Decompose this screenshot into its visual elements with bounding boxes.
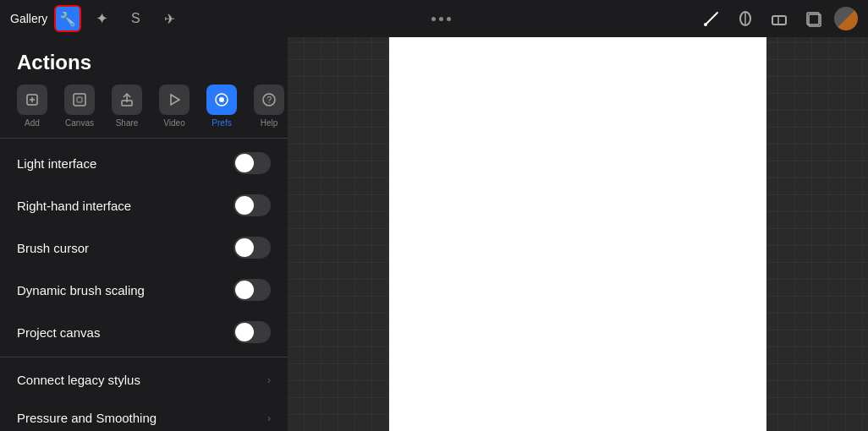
- white-canvas[interactable]: [389, 37, 766, 431]
- top-bar-left: Gallery 🔧 ✦ S ✈: [10, 5, 183, 32]
- dot-1: [431, 17, 436, 21]
- svg-text:?: ?: [267, 95, 272, 105]
- toggle-settings: Light interface Right-hand interface Bru…: [0, 139, 288, 357]
- tab-prefs[interactable]: Prefs: [203, 85, 240, 128]
- smudge-tool-button[interactable]: [733, 6, 758, 31]
- tab-canvas[interactable]: Canvas: [61, 85, 98, 128]
- light-interface-toggle[interactable]: [233, 152, 271, 174]
- share-tab-icon: [112, 85, 142, 115]
- canvas-tab-label: Canvas: [65, 118, 94, 128]
- tab-share[interactable]: Share: [108, 85, 146, 128]
- top-bar-right: [699, 6, 858, 31]
- canvas-area: [288, 37, 868, 431]
- project-canvas-toggle[interactable]: [233, 321, 271, 343]
- right-hand-label: Right-hand interface: [17, 199, 131, 213]
- connect-legacy-row[interactable]: Connect legacy stylus ›: [0, 361, 288, 399]
- video-tab-icon: [159, 85, 190, 115]
- pressure-smoothing-row[interactable]: Pressure and Smoothing ›: [0, 399, 288, 431]
- connect-legacy-label: Connect legacy stylus: [17, 373, 140, 387]
- wrench-icon: 🔧: [59, 11, 76, 27]
- top-bar-center: [431, 17, 451, 21]
- selection-button[interactable]: S: [122, 5, 149, 32]
- help-tab-icon: ?: [254, 85, 284, 115]
- help-tab-label: Help: [261, 118, 278, 128]
- menu-section: Connect legacy stylus › Pressure and Smo…: [0, 357, 288, 431]
- prefs-tab-icon: [206, 85, 237, 115]
- brush-cursor-row[interactable]: Brush cursor: [0, 226, 288, 269]
- modify-icon: ✦: [96, 9, 108, 28]
- layers-button[interactable]: [800, 6, 826, 31]
- actions-panel: Actions Add Canvas Share Video: [0, 37, 288, 431]
- svg-rect-12: [77, 97, 82, 102]
- dot-2: [439, 17, 443, 21]
- wrench-button[interactable]: 🔧: [54, 5, 81, 32]
- brush-cursor-label: Brush cursor: [17, 241, 89, 255]
- selection-icon: S: [131, 11, 140, 26]
- add-tab-label: Add: [25, 118, 40, 128]
- light-interface-label: Light interface: [17, 156, 96, 171]
- prefs-tab-label: Prefs: [212, 118, 231, 128]
- top-bar: Gallery 🔧 ✦ S ✈: [0, 0, 868, 37]
- panel-title: Actions: [0, 37, 288, 85]
- canvas-tab-icon: [64, 85, 95, 115]
- canvas-grid: [288, 37, 868, 431]
- modify-button[interactable]: ✦: [88, 5, 115, 32]
- svg-point-17: [219, 97, 224, 102]
- project-canvas-row[interactable]: Project canvas: [0, 311, 288, 353]
- transform-button[interactable]: ✈: [156, 5, 183, 32]
- tab-bar: Add Canvas Share Video Prefs: [0, 85, 288, 138]
- light-interface-row[interactable]: Light interface: [0, 142, 288, 184]
- svg-rect-4: [772, 16, 786, 25]
- right-hand-row[interactable]: Right-hand interface: [0, 184, 288, 226]
- tab-help[interactable]: ? Help: [250, 85, 288, 128]
- tab-video[interactable]: Video: [156, 85, 193, 128]
- svg-marker-15: [171, 95, 179, 105]
- color-picker-button[interactable]: [834, 7, 858, 30]
- add-tab-icon: [17, 85, 47, 115]
- right-hand-toggle[interactable]: [233, 194, 271, 216]
- svg-point-1: [704, 23, 707, 26]
- dot-3: [447, 17, 451, 21]
- dynamic-brush-label: Dynamic brush scaling: [17, 283, 145, 297]
- pressure-smoothing-label: Pressure and Smoothing: [17, 411, 157, 425]
- dynamic-brush-row[interactable]: Dynamic brush scaling: [0, 269, 288, 311]
- dynamic-brush-toggle[interactable]: [233, 279, 271, 301]
- pressure-smoothing-chevron: ›: [267, 412, 271, 424]
- gallery-button[interactable]: Gallery: [10, 12, 47, 25]
- share-tab-label: Share: [116, 118, 139, 128]
- svg-line-0: [706, 13, 717, 25]
- connect-legacy-chevron: ›: [267, 374, 271, 386]
- transform-icon: ✈: [164, 11, 175, 27]
- brush-tool-button[interactable]: [699, 6, 724, 31]
- tab-add[interactable]: Add: [14, 85, 51, 128]
- brush-cursor-toggle[interactable]: [233, 237, 271, 259]
- eraser-tool-button[interactable]: [766, 6, 792, 31]
- video-tab-label: Video: [163, 118, 184, 128]
- project-canvas-label: Project canvas: [17, 325, 100, 340]
- svg-rect-11: [74, 94, 85, 106]
